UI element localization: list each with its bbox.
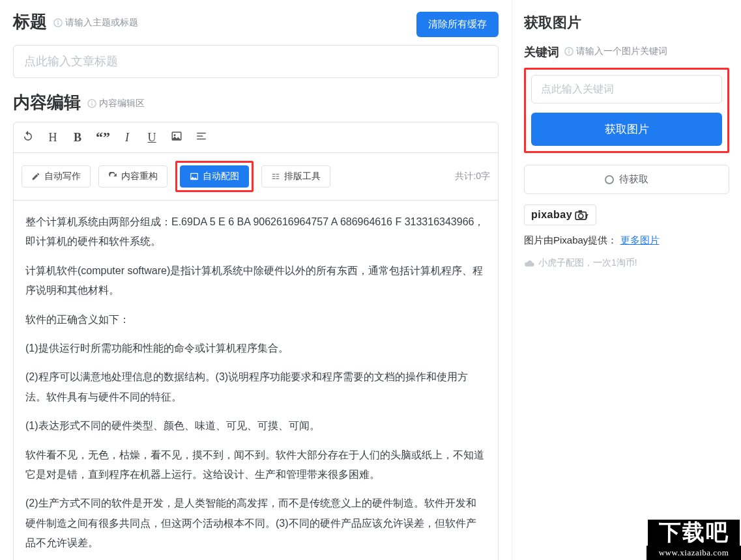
- info-icon: [53, 18, 63, 27]
- provider-row: 图片由Pixabay提供： 更多图片: [524, 234, 729, 247]
- italic-icon[interactable]: I: [121, 131, 134, 145]
- pending-icon: [605, 175, 614, 184]
- pending-status: 待获取: [524, 165, 729, 194]
- layout-tool-button[interactable]: 排版工具: [261, 165, 330, 188]
- char-count: 共计:0字: [455, 171, 490, 182]
- svg-point-14: [579, 214, 583, 218]
- bold-icon[interactable]: B: [71, 131, 84, 145]
- editor-toolbar: H B “” I U: [13, 122, 499, 153]
- svg-point-7: [174, 134, 176, 136]
- watermark: 下载吧 www.xiazaiba.com: [647, 518, 741, 560]
- keyword-input[interactable]: [531, 75, 722, 104]
- image-icon[interactable]: [170, 130, 183, 145]
- editor-paragraph: (1)表达形式不同的硬件类型、颜色、味道、可见、可摸、可闻。: [25, 416, 486, 436]
- content-header: 内容编辑 内容编辑区: [13, 91, 499, 114]
- svg-rect-2: [57, 22, 58, 25]
- quote-icon[interactable]: “”: [96, 129, 109, 146]
- more-images-link[interactable]: 更多图片: [620, 234, 660, 245]
- clear-cache-button[interactable]: 清除所有缓存: [416, 12, 499, 37]
- editor-paragraph: (1)提供运行时所需功能和性能的命令或计算机程序集合。: [25, 339, 486, 358]
- action-row: 自动写作 内容重构 自动配图 排版工具 共计:0字: [13, 153, 499, 201]
- editor-content[interactable]: 整个计算机系统由两部分组成：E.69DA 5 E 6 BA 9062616964…: [13, 201, 499, 560]
- undo-icon[interactable]: [22, 130, 35, 145]
- svg-rect-5: [91, 103, 92, 105]
- pixabay-badge: pixabay: [524, 204, 596, 225]
- svg-point-4: [91, 102, 93, 103]
- svg-rect-13: [579, 210, 582, 213]
- editor-paragraph: 软件看不见，无色，枯燥，看不见，摸不到，闻不到。软件大部分存在于人们的头脑或纸上…: [25, 445, 486, 485]
- picture-icon: [190, 172, 199, 181]
- camera-icon: [575, 210, 589, 220]
- title-hint: 请输入主题或标题: [53, 17, 138, 29]
- editor-paragraph: (2)程序可以满意地处理信息的数据结构。(3)说明程序功能要求和程序需要的文档的…: [25, 367, 486, 407]
- svg-rect-11: [568, 51, 569, 53]
- rebuild-button[interactable]: 内容重构: [98, 165, 167, 188]
- cloud-icon: [524, 258, 534, 268]
- image-sidebar: 获取图片 关键词 请输入一个图片关键词 获取图片 待获取 pixabay 图片由…: [512, 0, 741, 560]
- keyword-highlight-box: 获取图片: [524, 68, 729, 153]
- svg-point-1: [57, 21, 59, 22]
- fetch-image-button[interactable]: 获取图片: [531, 113, 722, 146]
- keyword-hint: 请输入一个图片关键词: [564, 46, 667, 57]
- auto-write-button[interactable]: 自动写作: [22, 165, 91, 188]
- article-title-input[interactable]: [13, 45, 499, 78]
- layout-icon: [271, 172, 280, 181]
- editor-paragraph: 计算机软件(computer software)是指计算机系统中除硬件以外的所有…: [25, 261, 486, 301]
- auto-image-button[interactable]: 自动配图: [180, 165, 249, 188]
- refresh-icon: [108, 172, 117, 181]
- keyword-label: 关键词: [524, 44, 559, 60]
- title-section-label: 标题: [13, 10, 47, 33]
- align-icon[interactable]: [195, 130, 208, 145]
- auto-image-highlight: 自动配图: [175, 161, 254, 192]
- content-hint: 内容编辑区: [87, 98, 145, 109]
- heading-icon[interactable]: H: [46, 131, 59, 145]
- svg-point-10: [568, 49, 570, 51]
- content-section-label: 内容编辑: [13, 91, 81, 114]
- info-icon: [87, 99, 96, 108]
- pencil-icon: [31, 172, 40, 181]
- underline-icon[interactable]: U: [145, 131, 158, 145]
- sidebar-title: 获取图片: [524, 13, 729, 33]
- info-icon: [564, 47, 574, 56]
- editor-paragraph: 整个计算机系统由两部分组成：E.69DA 5 E 6 BA 9062616964…: [25, 212, 486, 252]
- editor-paragraph: (2)生产方式不同的软件是开发，是人类智能的高发挥，而不是传统意义上的硬件制造。…: [25, 494, 486, 553]
- footer-note: 小虎子配图，一次1淘币!: [524, 257, 729, 269]
- editor-paragraph: 软件的正确含义如下：: [25, 310, 486, 329]
- title-header: 标题 请输入主题或标题 清除所有缓存: [13, 10, 499, 37]
